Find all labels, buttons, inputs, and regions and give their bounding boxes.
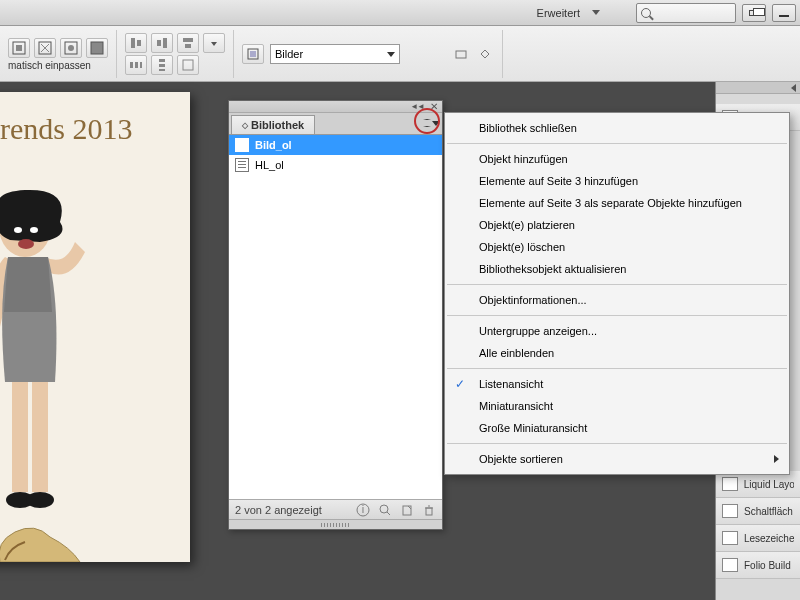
center-content-button[interactable]	[60, 38, 82, 58]
chevron-left-icon	[791, 84, 796, 92]
frame-fitting-group: matisch einpassen	[0, 30, 117, 78]
svg-rect-14	[140, 62, 142, 68]
svg-rect-7	[137, 40, 141, 46]
panel-titlebar[interactable]: ◄◄ ✕	[229, 101, 442, 113]
liquid-layout-icon	[722, 477, 738, 491]
menu-item[interactable]: Objekte sortieren	[445, 448, 789, 470]
svg-rect-6	[131, 38, 135, 48]
tab-label: Bibliothek	[251, 119, 304, 131]
new-item-icon[interactable]	[400, 503, 414, 517]
svg-rect-20	[250, 51, 256, 57]
menu-item[interactable]: Objekt(e) löschen	[445, 236, 789, 258]
menu-item[interactable]: Bibliotheksobjekt aktualisieren	[445, 258, 789, 280]
panel-collapse-button[interactable]	[716, 82, 800, 94]
bibliothek-panel: ◄◄ ✕ ◇ Bibliothek Bild_ol HL_ol 2 von 2 …	[228, 100, 443, 530]
tab-bibliothek[interactable]: ◇ Bibliothek	[231, 115, 315, 134]
svg-rect-21	[456, 51, 466, 58]
object-style-combo[interactable]: Bilder	[270, 44, 400, 64]
window-restore-button[interactable]	[742, 4, 766, 22]
page-item-icon	[235, 158, 249, 172]
restore-icon	[749, 10, 759, 16]
menu-item[interactable]: Elemente auf Seite 3 hinzufügen	[445, 170, 789, 192]
svg-rect-12	[130, 62, 133, 68]
fit-content-button[interactable]	[8, 38, 30, 58]
menu-item[interactable]: Alle einblenden	[445, 342, 789, 364]
svg-point-25	[18, 239, 34, 249]
search-input[interactable]	[636, 3, 736, 23]
menu-item[interactable]: Objektinformationen...	[445, 289, 789, 311]
distribute-button-2[interactable]	[151, 55, 173, 75]
page-heading: rends 2013	[0, 92, 190, 156]
delete-icon[interactable]	[422, 503, 436, 517]
svg-text:i: i	[362, 503, 364, 515]
svg-line-33	[387, 512, 390, 515]
svg-rect-16	[159, 64, 165, 67]
library-item-label: Bild_ol	[255, 139, 292, 151]
workspace-dropdown-icon[interactable]	[592, 10, 600, 15]
bookmarks-icon	[722, 531, 738, 545]
menu-item[interactable]: Bibliothek schließen	[445, 117, 789, 139]
menu-arrow-icon	[432, 121, 440, 126]
menu-item[interactable]: Große Miniaturansicht	[445, 417, 789, 439]
document-canvas[interactable]: rends 2013	[0, 82, 200, 600]
info-icon[interactable]: i	[356, 503, 370, 517]
distribute-button-3[interactable]	[177, 55, 199, 75]
menu-item[interactable]: Untergruppe anzeigen...	[445, 320, 789, 342]
menu-separator	[447, 443, 787, 444]
svg-point-23	[14, 227, 22, 233]
library-item-list[interactable]: Bild_ol HL_ol	[229, 135, 442, 507]
menu-item[interactable]: Elemente auf Seite 3 als separate Objekt…	[445, 192, 789, 214]
shoe-image	[0, 512, 90, 562]
library-item[interactable]: HL_ol	[229, 155, 442, 175]
collapse-icon[interactable]: ◄◄	[410, 102, 424, 111]
panel-resize-handle[interactable]	[229, 519, 442, 529]
misc-icon-1[interactable]	[452, 46, 470, 62]
svg-rect-10	[183, 38, 193, 42]
panel-item-bookmarks[interactable]: Lesezeiche	[716, 525, 800, 552]
align-button-1[interactable]	[125, 33, 147, 53]
window-minimize-button[interactable]	[772, 4, 796, 22]
svg-rect-26	[12, 382, 28, 492]
panel-item-folio[interactable]: Folio Build	[716, 552, 800, 579]
svg-rect-5	[91, 42, 103, 54]
library-item[interactable]: Bild_ol	[229, 135, 442, 155]
align-dropdown-button[interactable]	[203, 33, 225, 53]
menu-separator	[447, 315, 787, 316]
menu-item[interactable]: Objekt hinzufügen	[445, 148, 789, 170]
check-icon: ✓	[455, 377, 465, 391]
svg-rect-1	[16, 45, 22, 51]
svg-rect-11	[185, 44, 191, 48]
search-icon	[641, 8, 651, 18]
find-icon[interactable]	[378, 503, 392, 517]
svg-rect-27	[32, 382, 48, 492]
grip-icon	[321, 523, 351, 527]
menu-item[interactable]: Miniaturansicht	[445, 395, 789, 417]
menu-item[interactable]: Objekt(e) platzieren	[445, 214, 789, 236]
panel-flyout-button[interactable]	[422, 115, 440, 131]
fit-frame-button[interactable]	[34, 38, 56, 58]
menu-item[interactable]: Listenansicht✓	[445, 373, 789, 395]
control-toolbar: matisch einpassen Bilder	[0, 26, 800, 82]
svg-rect-8	[157, 40, 161, 46]
menu-separator	[447, 284, 787, 285]
panel-label: Schaltfläch	[744, 506, 793, 517]
submenu-arrow-icon	[774, 455, 779, 463]
close-icon[interactable]: ✕	[430, 101, 438, 112]
library-status-bar: 2 von 2 angezeigt i	[229, 499, 442, 519]
workspace-switcher-label[interactable]: Erweitert	[531, 7, 586, 19]
app-topbar: Erweitert	[0, 0, 800, 26]
svg-rect-17	[159, 69, 165, 71]
object-style-icon-button[interactable]	[242, 44, 264, 64]
panel-item-buttons[interactable]: Schaltfläch	[716, 498, 800, 525]
panel-item-liquid[interactable]: Liquid Layo	[716, 471, 800, 498]
align-button-2[interactable]	[151, 33, 173, 53]
svg-point-29	[26, 492, 54, 508]
misc-icon-2[interactable]	[476, 46, 494, 62]
object-style-group: Bilder	[234, 30, 503, 78]
align-button-3[interactable]	[177, 33, 199, 53]
distribute-button-1[interactable]	[125, 55, 147, 75]
fill-frame-button[interactable]	[86, 38, 108, 58]
menu-lines-icon	[423, 119, 431, 127]
panel-flyout-menu: Bibliothek schließenObjekt hinzufügenEle…	[444, 112, 790, 475]
sort-icon: ◇	[242, 121, 248, 130]
